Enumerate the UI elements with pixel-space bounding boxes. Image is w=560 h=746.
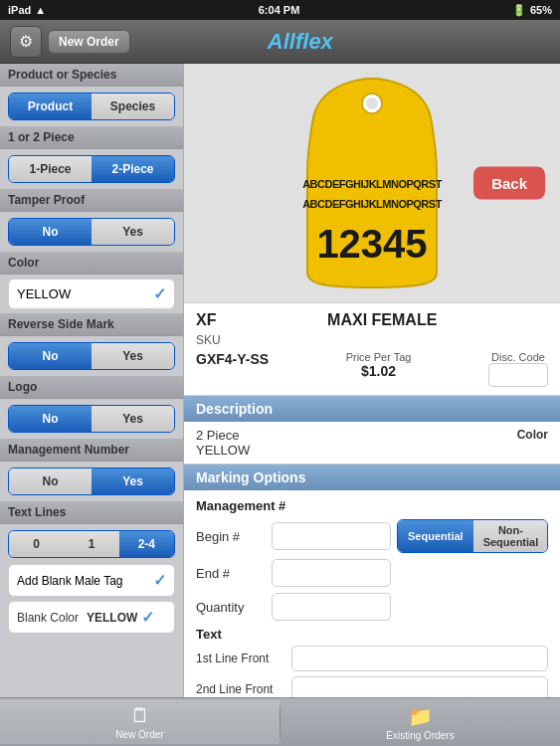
marking-content: Management # Begin # Sequential Non-Sequ… xyxy=(184,490,560,697)
gear-button[interactable]: ⚙ xyxy=(10,26,42,58)
two-piece-btn[interactable]: 2-Piece xyxy=(92,156,174,182)
begin-input[interactable] xyxy=(272,522,391,550)
second-line-row: 2nd Line Front xyxy=(196,676,548,697)
battery-icon: 🔋 xyxy=(512,4,526,17)
quantity-row: Quantity xyxy=(196,593,548,621)
new-order-tab[interactable]: 🗒 New Order xyxy=(0,700,280,744)
blank-color-row[interactable]: Blank Color YELLOW ✓ xyxy=(8,601,175,634)
main-layout: Product or Species Product Species 1 or … xyxy=(0,64,560,697)
text-1-btn[interactable]: 1 xyxy=(64,531,118,557)
mgmt-no-btn[interactable]: No xyxy=(9,468,92,494)
species-btn[interactable]: Species xyxy=(92,93,174,119)
disc-code-input[interactable] xyxy=(488,363,548,387)
desc-color-value: YELLOW xyxy=(196,443,548,458)
wifi-icon: ▲ xyxy=(35,4,46,16)
one-piece-btn[interactable]: 1-Piece xyxy=(9,156,92,182)
tamper-no-btn[interactable]: No xyxy=(9,219,92,245)
product-xf: XF xyxy=(196,311,216,329)
tamper-proof-header: Tamper Proof xyxy=(0,189,183,212)
mgmt-hash-label: Management # xyxy=(196,498,548,513)
reverse-yes-btn[interactable]: Yes xyxy=(92,343,174,369)
tag-preview-area: ABCDEFGHIJKLMNOPQRST ABCDEFGHIJKLMNOPQRS… xyxy=(184,64,560,302)
logo-yes-btn[interactable]: Yes xyxy=(92,406,174,432)
add-blank-tag-row[interactable]: Add Blank Male Tag ✓ xyxy=(8,564,175,597)
svg-text:12345: 12345 xyxy=(316,222,427,266)
svg-point-1 xyxy=(366,97,378,109)
app-title: Allflex xyxy=(268,29,333,55)
back-button[interactable]: Back xyxy=(473,167,545,200)
mgmt-yes-btn[interactable]: Yes xyxy=(92,468,174,494)
quantity-label: Quantity xyxy=(196,600,266,615)
tamper-yes-btn[interactable]: Yes xyxy=(92,219,174,245)
new-order-nav-button[interactable]: New Order xyxy=(48,30,130,54)
existing-orders-tab-icon: 📁 xyxy=(408,704,433,728)
logo-header: Logo xyxy=(0,376,183,399)
text-lines-toggle: 0 1 2-4 xyxy=(8,530,175,558)
nav-bar: ⚙ New Order Allflex xyxy=(0,20,560,64)
mgmt-number-header: Management Number xyxy=(0,439,183,462)
first-line-row: 1st Line Front xyxy=(196,646,548,671)
desc-row: 2 Piece Color xyxy=(196,428,548,443)
ipad-label: iPad xyxy=(8,4,31,16)
price-col: Price Per Tag $1.02 xyxy=(346,351,412,379)
gear-icon: ⚙ xyxy=(19,32,33,51)
price-value: $1.02 xyxy=(346,363,412,379)
non-sequential-btn[interactable]: Non-Sequential xyxy=(473,520,548,552)
tamper-toggle: No Yes xyxy=(8,218,175,246)
status-time: 6:04 PM xyxy=(259,4,300,16)
reverse-toggle: No Yes xyxy=(8,342,175,370)
piece-header: 1 or 2 Piece xyxy=(0,126,183,149)
end-input[interactable] xyxy=(272,559,391,587)
tag-image: ABCDEFGHIJKLMNOPQRST ABCDEFGHIJKLMNOPQRS… xyxy=(297,74,447,292)
first-line-input[interactable] xyxy=(291,646,548,671)
blank-color-checkmark: ✓ xyxy=(141,608,154,627)
product-code-col: GXF4-Y-SS xyxy=(196,351,269,367)
logo-toggle: No Yes xyxy=(8,405,175,433)
sequential-toggle: Sequential Non-Sequential xyxy=(397,519,548,553)
desc-color-row: YELLOW xyxy=(196,443,548,458)
description-section-header: Description xyxy=(184,396,560,422)
existing-orders-tab[interactable]: 📁 Existing Orders xyxy=(280,700,560,745)
marking-options-header: Marking Options xyxy=(184,465,560,490)
status-right: 🔋 65% xyxy=(512,4,552,17)
first-line-label: 1st Line Front xyxy=(196,652,285,665)
blank-color-text: Blank Color xyxy=(17,611,79,625)
tab-bar: 🗒 New Order 📁 Existing Orders xyxy=(0,697,560,746)
color-row[interactable]: YELLOW ✓ xyxy=(8,279,175,309)
second-line-label: 2nd Line Front xyxy=(196,682,285,696)
reverse-side-header: Reverse Side Mark xyxy=(0,313,183,336)
status-bar: iPad ▲ 6:04 PM 🔋 65% xyxy=(0,0,560,20)
new-order-tab-label: New Order xyxy=(115,729,163,740)
text-2-4-btn[interactable]: 2-4 xyxy=(119,531,174,557)
piece-toggle: 1-Piece 2-Piece xyxy=(8,155,175,183)
status-left: iPad ▲ xyxy=(8,4,46,16)
color-value: YELLOW xyxy=(17,286,71,301)
description-title: Description xyxy=(196,401,273,417)
svg-text:ABCDEFGHIJKLMNOPQRST: ABCDEFGHIJKLMNOPQRST xyxy=(302,198,443,210)
second-line-input[interactable] xyxy=(291,676,548,697)
disc-col: Disc. Code xyxy=(488,351,548,387)
product-info: XF MAXI FEMALE SKU GXF4-Y-SS Price Per T… xyxy=(184,302,560,396)
begin-label: Begin # xyxy=(196,529,266,544)
battery-pct: 65% xyxy=(530,4,552,16)
description-content: 2 Piece Color YELLOW xyxy=(184,422,560,465)
mgmt-number-toggle: No Yes xyxy=(8,467,175,495)
blank-color-value: YELLOW xyxy=(87,611,137,625)
logo-no-btn[interactable]: No xyxy=(9,406,92,432)
svg-text:ABCDEFGHIJKLMNOPQRST: ABCDEFGHIJKLMNOPQRST xyxy=(302,178,443,190)
existing-orders-tab-label: Existing Orders xyxy=(386,730,454,741)
text-section-label: Text xyxy=(196,627,548,642)
product-btn[interactable]: Product xyxy=(9,93,92,119)
reverse-no-btn[interactable]: No xyxy=(9,343,92,369)
end-row: End # xyxy=(196,559,548,587)
color-checkmark: ✓ xyxy=(153,284,166,303)
right-panel: ABCDEFGHIJKLMNOPQRST ABCDEFGHIJKLMNOPQRS… xyxy=(184,64,560,697)
product-row-1: XF MAXI FEMALE xyxy=(196,311,548,329)
new-order-tab-icon: 🗒 xyxy=(130,704,150,727)
text-0-btn[interactable]: 0 xyxy=(9,531,64,557)
left-panel: Product or Species Product Species 1 or … xyxy=(0,64,184,697)
sequential-btn[interactable]: Sequential xyxy=(398,520,473,552)
marking-options-title: Marking Options xyxy=(196,469,305,485)
quantity-input[interactable] xyxy=(272,593,391,621)
add-blank-checkmark: ✓ xyxy=(153,571,166,590)
